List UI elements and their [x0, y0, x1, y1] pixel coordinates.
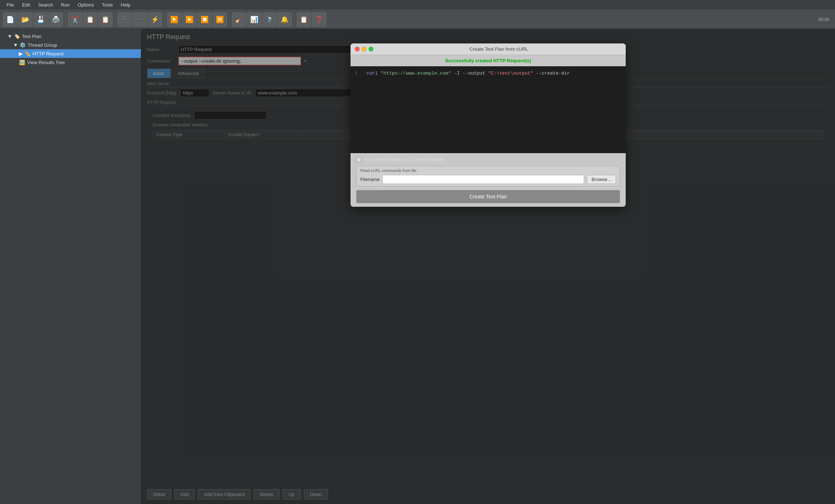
- toolbar-sep1: [65, 13, 66, 26]
- toolbar-save[interactable]: 💾: [33, 12, 48, 27]
- toolbar-paste[interactable]: 📋: [98, 12, 113, 27]
- sidebar-viewresults-label: View Results Tree: [27, 60, 65, 65]
- code-line-1: 1 curl "https://www.example.com" -I --ou…: [355, 71, 621, 76]
- toolbar-run-lightning[interactable]: ⚡: [148, 12, 162, 27]
- menubar: File Edit Search Run Options Tools Help: [0, 0, 835, 10]
- toolbar-cut[interactable]: ✂️: [68, 12, 82, 27]
- menu-help[interactable]: Help: [117, 1, 134, 8]
- sidebar-item-httprequest[interactable]: ▶ ✏️ HTTP Request: [0, 49, 141, 58]
- maximize-button[interactable]: [369, 47, 373, 51]
- code-editor[interactable]: 1 curl "https://www.example.com" -I --ou…: [351, 66, 626, 153]
- menu-tools[interactable]: Tools: [98, 1, 116, 8]
- threadgroup-icon: ▼ ⚙️: [13, 42, 26, 48]
- code-content: curl "https://www.example.com" -I --outp…: [366, 71, 570, 76]
- cookie-checkbox[interactable]: [356, 157, 361, 162]
- filename-input[interactable]: [382, 175, 584, 184]
- success-message: Successfully created HTTP Request(s): [351, 55, 626, 66]
- toolbar-sep3: [164, 13, 165, 26]
- sidebar-testplan-label: Test Plan: [22, 34, 41, 39]
- toolbar-start-no-pause[interactable]: ▶️: [182, 12, 197, 27]
- modal-footer: Add cookie header to Cookie Manager Read…: [351, 153, 626, 207]
- create-test-plan-button[interactable]: Create Test Plan: [356, 190, 620, 203]
- toolbar-browse[interactable]: 🔭: [262, 12, 277, 27]
- traffic-lights: [355, 47, 373, 51]
- toolbar-add[interactable]: ➕: [117, 12, 132, 27]
- toolbar-stop[interactable]: ⏹️: [197, 12, 212, 27]
- modal-dialog: Create Test Plan from cURL Successfully …: [351, 43, 626, 207]
- menu-search[interactable]: Search: [34, 1, 56, 8]
- toolbar-sep4: [229, 13, 230, 26]
- main-layout: ▼ 🏷️ Test Plan ▼ ⚙️ Thread Group ▶ ✏️ HT…: [0, 29, 835, 504]
- toolbar-remove[interactable]: ➖: [133, 12, 147, 27]
- sidebar-threadgroup-label: Thread Group: [28, 42, 57, 48]
- toolbar-copy[interactable]: 📋: [83, 12, 97, 27]
- viewresults-icon: 🖼️: [19, 59, 25, 65]
- testplan-icon: ▼ 🏷️: [7, 33, 20, 39]
- toolbar-start[interactable]: ▶️: [167, 12, 181, 27]
- toolbar-list[interactable]: 📋: [297, 12, 311, 27]
- line-number: 1: [355, 71, 362, 76]
- toolbar-sep5: [294, 13, 294, 26]
- toolbar-clear-all[interactable]: 🧹: [232, 12, 246, 27]
- sidebar: ▼ 🏷️ Test Plan ▼ ⚙️ Thread Group ▶ ✏️ HT…: [0, 29, 141, 504]
- modal-titlebar: Create Test Plan from cURL: [351, 43, 626, 55]
- file-section: Read cURL commands from file Filename Br…: [356, 166, 620, 186]
- browse-button[interactable]: Browse...: [587, 175, 616, 184]
- menu-file[interactable]: File: [3, 1, 18, 8]
- toolbar-new[interactable]: 📄: [3, 12, 17, 27]
- minimize-button[interactable]: [362, 47, 366, 51]
- cookie-row: Add cookie header to Cookie Manager: [356, 157, 620, 162]
- toolbar-notify[interactable]: 🔔: [277, 12, 292, 27]
- cookie-label: Add cookie header to Cookie Manager: [364, 157, 445, 162]
- modal-overlay: Create Test Plan from cURL Successfully …: [141, 29, 835, 504]
- toolbar-shutdown[interactable]: ⏸️: [213, 12, 227, 27]
- toolbar-help[interactable]: ❓: [312, 12, 326, 27]
- toolbar-clear[interactable]: 📊: [247, 12, 261, 27]
- sidebar-item-threadgroup[interactable]: ▼ ⚙️ Thread Group: [0, 41, 141, 49]
- menu-run[interactable]: Run: [58, 1, 74, 8]
- sidebar-item-viewresults[interactable]: 🖼️ View Results Tree: [0, 58, 141, 67]
- sidebar-httprequest-label: HTTP Request: [33, 51, 64, 56]
- file-section-title: Read cURL commands from file: [360, 168, 616, 173]
- toolbar: 📄 📂 💾 🖨️ ✂️ 📋 📋 ➕ ➖ ⚡ ▶️ ▶️ ⏹️ ⏸️ 🧹 📊 🔭 …: [0, 10, 835, 29]
- sidebar-item-testplan[interactable]: ▼ 🏷️ Test Plan: [0, 32, 141, 41]
- filename-label: Filename: [360, 177, 379, 182]
- modal-title: Create Test Plan from cURL: [376, 46, 621, 52]
- content-area: HTTP Request Name: Comments: ▼ Basic Adv…: [141, 29, 835, 504]
- menu-edit[interactable]: Edit: [18, 1, 34, 8]
- menu-options[interactable]: Options: [74, 1, 97, 8]
- toolbar-print[interactable]: 🖨️: [49, 12, 63, 27]
- file-row: Filename Browse...: [360, 175, 616, 184]
- toolbar-open[interactable]: 📂: [18, 12, 33, 27]
- toolbar-sep2: [115, 13, 115, 26]
- httprequest-icon: ▶ ✏️: [19, 51, 30, 56]
- toolbar-time: 00:00: [818, 17, 832, 22]
- close-button[interactable]: [355, 47, 360, 51]
